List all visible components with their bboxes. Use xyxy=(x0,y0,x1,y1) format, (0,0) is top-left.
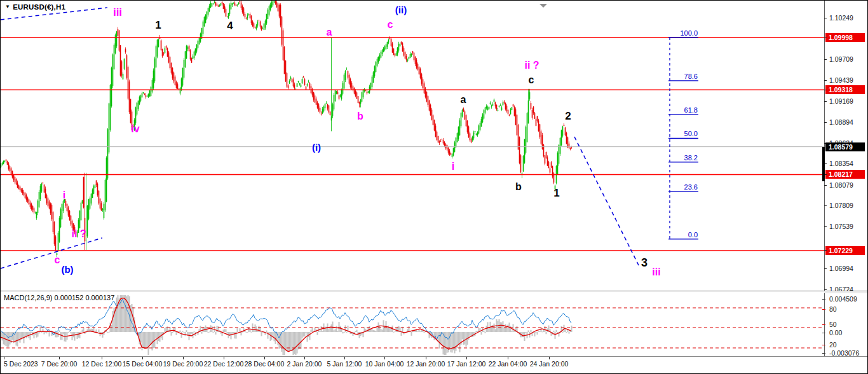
time-axis-label: 19 Dec 20:00 xyxy=(163,360,203,368)
wave-label: a xyxy=(327,27,332,38)
macd-axis-label: 20 xyxy=(829,341,837,349)
price-scale-grip[interactable] xyxy=(822,147,825,181)
macd-axis-label: -0.003076 xyxy=(829,349,859,357)
fib-level-label: 23.6 xyxy=(684,183,698,191)
macd-axis-label: 80 xyxy=(829,305,837,313)
macd-indicator-pane[interactable]: MACD(12,26,9) 0.000152 0.000137 xyxy=(1,292,824,356)
time-axis-tick xyxy=(4,357,4,359)
fib-level-label: 38.2 xyxy=(684,154,698,162)
macd-histogram xyxy=(1,295,573,355)
price-axis-tick xyxy=(824,250,827,251)
wave-label: (ii) xyxy=(395,4,407,15)
symbol-label-text: EURUSD(€),H1 xyxy=(13,3,65,11)
wave-label: a xyxy=(461,94,466,105)
macd-axis-tick xyxy=(822,333,825,333)
chart-window: 100.078.661.850.038.223.60.0 iii14ac(ii)… xyxy=(0,0,868,374)
time-axis-tick xyxy=(183,357,184,359)
price-axis-tick xyxy=(824,18,827,18)
trendlines[interactable] xyxy=(1,8,639,268)
time-axis-tick xyxy=(508,357,508,359)
macd-axis-label: 0.004509 xyxy=(829,295,857,303)
candlestick-chart[interactable]: 100.078.661.850.038.223.60.0 iii14ac(ii)… xyxy=(1,1,824,291)
price-axis-tick xyxy=(824,226,827,227)
fib-level-label: 78.6 xyxy=(684,73,698,80)
price-axis-tick xyxy=(824,205,827,206)
wave-label: 4 xyxy=(227,20,233,32)
time-axis-tick xyxy=(549,357,550,359)
time-axis-tick xyxy=(102,357,102,359)
price-axis-tick xyxy=(824,101,827,102)
wave-label: c xyxy=(529,74,534,85)
time-axis-tick xyxy=(59,357,60,359)
current-price-tag: 1.08579 xyxy=(825,142,865,151)
price-axis-tick xyxy=(824,122,827,123)
wave-annotations: iii14ac(ii)bii ?ca2ib1iv(i)iii ?c(b)3iii xyxy=(55,4,661,277)
fib-level-label: 61.8 xyxy=(684,106,698,114)
macd-axis-tick xyxy=(822,309,825,310)
candles-layer xyxy=(1,1,572,257)
price-axis-tick xyxy=(824,268,827,269)
time-axis-tick xyxy=(426,357,426,359)
price-axis-tick xyxy=(824,59,827,60)
time-axis-label: 22 Dec 12:00 xyxy=(204,360,243,368)
time-axis-label: 15 Dec 04:00 xyxy=(123,360,162,368)
time-axis[interactable]: 5 Dec 20237 Dec 20:0012 Dec 12:0015 Dec … xyxy=(1,357,868,374)
time-axis-label: 5 Jan 12:00 xyxy=(327,360,362,368)
wave-label: ii ? xyxy=(71,228,86,239)
wave-label: c xyxy=(55,254,60,265)
sr-price-tag: 1.08217 xyxy=(825,170,865,179)
time-axis-tick xyxy=(142,357,143,359)
sr-price-tag: 1.09318 xyxy=(825,85,865,94)
wave-label: (i) xyxy=(312,142,321,153)
time-axis-label: 28 Dec 04:00 xyxy=(245,360,284,368)
price-axis-label: 1.06994 xyxy=(829,265,853,272)
macd-axis-tick xyxy=(822,345,825,345)
price-axis-tick xyxy=(824,80,827,81)
macd-axis-tick xyxy=(822,324,825,325)
price-axis-tick xyxy=(824,90,827,90)
macd-axis[interactable]: 0.00450980500.0020-0.003076 xyxy=(825,292,868,356)
time-axis-label: 7 Dec 20:00 xyxy=(41,360,78,368)
wave-label: iii xyxy=(652,267,660,277)
macd-axis-label: 50 xyxy=(829,321,837,328)
price-axis-label: 1.07809 xyxy=(829,202,853,209)
wave-label: (b) xyxy=(61,264,73,275)
time-axis-tick xyxy=(384,357,385,359)
time-axis-label: 2 Jan 20:00 xyxy=(287,360,322,368)
fib-level-label: 100.0 xyxy=(680,29,698,37)
macd-axis-tick xyxy=(822,353,825,354)
price-axis-label: 1.08079 xyxy=(829,181,853,189)
fib-level-label: 50.0 xyxy=(684,130,698,137)
price-axis-label: 1.07539 xyxy=(829,223,853,230)
symbol-dropdown-icon[interactable]: ▼ xyxy=(5,4,10,10)
wave-label: b xyxy=(515,181,522,192)
macd-plot xyxy=(1,292,824,356)
time-axis-tick xyxy=(224,357,224,359)
price-axis-label: 1.09439 xyxy=(829,76,853,84)
wave-label: b xyxy=(357,111,363,121)
wave-label: 3 xyxy=(641,256,648,269)
fibonacci-retracement[interactable]: 100.078.661.850.038.223.60.0 xyxy=(668,29,698,239)
wave-label: i xyxy=(452,161,454,172)
time-axis-tick xyxy=(304,357,305,359)
wave-label: ii ? xyxy=(524,60,539,71)
symbol-timeframe-label: ▼EURUSD(€),H1 xyxy=(5,3,65,11)
wave-label: c xyxy=(388,19,393,30)
time-axis-tick xyxy=(264,357,265,359)
wave-label: 1 xyxy=(553,187,559,199)
macd-axis-tick xyxy=(822,299,825,300)
time-axis-label: 12 Jan 20:00 xyxy=(407,360,445,368)
main-chart-area[interactable]: 100.078.661.850.038.223.60.0 iii14ac(ii)… xyxy=(1,1,824,291)
time-axis-label: 5 Dec 2023 xyxy=(4,360,38,368)
price-axis-label: 1.09709 xyxy=(829,55,853,63)
wave-label: i xyxy=(63,190,65,200)
time-axis-tick xyxy=(466,357,467,359)
wave-label: iv xyxy=(131,123,139,134)
chart-shift-marker-icon[interactable] xyxy=(539,4,547,8)
sr-price-tag: 1.07229 xyxy=(825,246,865,255)
time-axis-label: 22 Jan 04:00 xyxy=(489,360,527,368)
wave-label: iii xyxy=(113,6,122,18)
time-axis-label: 12 Dec 12:00 xyxy=(82,360,121,368)
time-axis-label: 10 Jan 04:00 xyxy=(365,360,404,368)
price-axis-label: 1.08354 xyxy=(829,160,853,167)
